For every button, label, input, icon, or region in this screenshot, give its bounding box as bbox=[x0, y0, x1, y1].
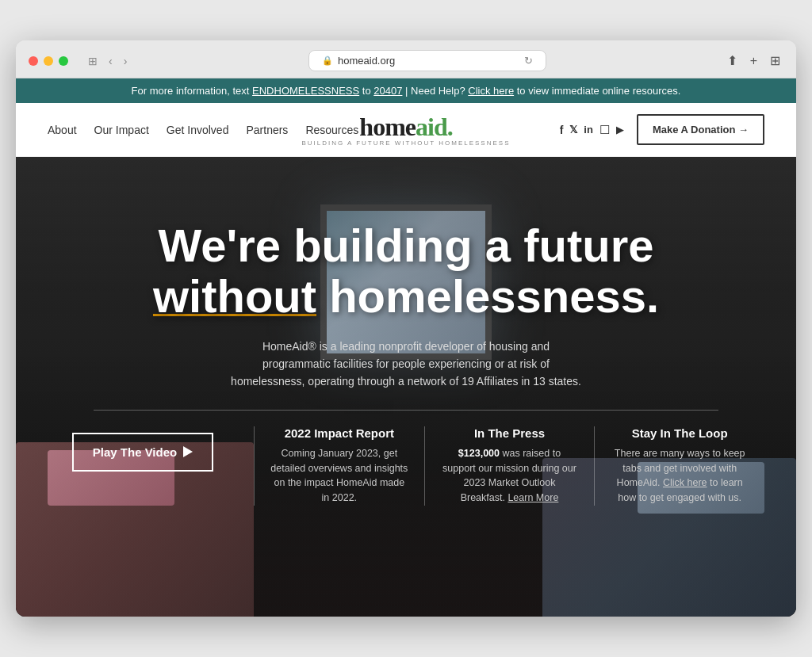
press-col: In The Press $123,000 was raised to supp… bbox=[424, 426, 595, 506]
stay-loop-text: There are many ways to keep tabs and get… bbox=[611, 446, 749, 506]
logo-dot: . bbox=[447, 113, 453, 141]
hero-title-rest: homelessness. bbox=[316, 270, 659, 322]
address-bar-container: 🔒 homeaid.org ↻ bbox=[140, 50, 714, 71]
tabs-button[interactable]: ⊞ bbox=[767, 52, 783, 70]
logo-aid: aid bbox=[416, 113, 447, 141]
impact-report-text: Coming January 2023, get detailed overvi… bbox=[270, 446, 408, 506]
site-logo[interactable]: homeaid. BUILDING A FUTURE WITHOUT HOMEL… bbox=[302, 113, 511, 147]
forward-button[interactable]: › bbox=[120, 53, 132, 69]
play-button-label: Play The Video bbox=[93, 445, 177, 459]
url-text: homeaid.org bbox=[338, 55, 395, 67]
browser-window: ⊞ ‹ › 🔒 homeaid.org ↻ ⬆ + ⊞ For more inf… bbox=[16, 40, 796, 617]
banner-click-here-link[interactable]: Click here bbox=[468, 85, 514, 97]
banner-keyword-link[interactable]: ENDHOMELESSNESS bbox=[252, 85, 359, 97]
info-strip: Play The Video 2022 Impact Report Coming… bbox=[16, 411, 796, 529]
browser-nav: ⊞ ‹ › bbox=[84, 53, 131, 69]
back-button[interactable]: ‹ bbox=[105, 53, 117, 69]
header-right: f 𝕏 in ☐ ▶ Make A Donation → bbox=[560, 114, 764, 145]
press-text: $123,000 was raised to support our missi… bbox=[441, 446, 579, 506]
hero-section: We're building a future without homeless… bbox=[16, 157, 796, 617]
linkedin-icon[interactable]: in bbox=[584, 124, 593, 136]
press-title: In The Press bbox=[441, 426, 579, 440]
twitter-icon[interactable]: 𝕏 bbox=[569, 124, 577, 136]
sidebar-toggle-button[interactable]: ⊞ bbox=[84, 53, 102, 69]
instagram-icon[interactable]: ☐ bbox=[599, 123, 610, 137]
share-button[interactable]: ⬆ bbox=[724, 52, 741, 70]
banner-number-link[interactable]: 20407 bbox=[373, 85, 402, 97]
browser-titlebar: ⊞ ‹ › 🔒 homeaid.org ↻ ⬆ + ⊞ bbox=[16, 40, 796, 78]
press-amount: $123,000 bbox=[458, 448, 500, 459]
press-learn-more-link[interactable]: Learn More bbox=[508, 492, 558, 503]
website-content: For more information, text ENDHOMELESSNE… bbox=[16, 78, 796, 617]
banner-need-help: Need Help? bbox=[411, 85, 465, 97]
top-banner: For more information, text ENDHOMELESSNE… bbox=[16, 78, 796, 103]
play-video-button[interactable]: Play The Video bbox=[72, 433, 213, 472]
window-controls bbox=[29, 56, 68, 66]
browser-action-buttons: ⬆ + ⊞ bbox=[724, 52, 783, 70]
banner-text-mid: to bbox=[362, 85, 373, 97]
reload-icon[interactable]: ↻ bbox=[524, 55, 533, 67]
social-icons: f 𝕏 in ☐ ▶ bbox=[560, 123, 624, 137]
stay-loop-title: Stay In The Loop bbox=[611, 426, 749, 440]
minimize-dot[interactable] bbox=[44, 56, 53, 66]
hero-subtitle: HomeAid® is a leading nonprofit develope… bbox=[228, 338, 584, 391]
facebook-icon[interactable]: f bbox=[560, 124, 564, 136]
nav-our-impact[interactable]: Our Impact bbox=[94, 124, 149, 136]
banner-separator: | bbox=[405, 85, 411, 97]
site-header: About Our Impact Get Involved Partners R… bbox=[16, 103, 796, 157]
hero-content: We're building a future without homeless… bbox=[16, 157, 796, 529]
youtube-icon[interactable]: ▶ bbox=[616, 124, 624, 136]
banner-text-before: For more information, text bbox=[132, 85, 252, 97]
address-bar[interactable]: 🔒 homeaid.org ↻ bbox=[308, 50, 546, 71]
play-triangle-icon bbox=[183, 446, 193, 457]
donate-button[interactable]: Make A Donation → bbox=[637, 114, 764, 145]
hero-title-underline: without bbox=[153, 270, 316, 322]
nav-partners[interactable]: Partners bbox=[246, 124, 288, 136]
logo-text: homeaid. bbox=[359, 113, 452, 142]
hero-title-line1: We're building a future bbox=[159, 220, 654, 271]
close-dot[interactable] bbox=[29, 56, 38, 66]
nav-get-involved[interactable]: Get Involved bbox=[167, 124, 229, 136]
hero-title: We're building a future without homeless… bbox=[153, 220, 659, 322]
new-tab-button[interactable]: + bbox=[747, 52, 760, 70]
play-button-col: Play The Video bbox=[48, 426, 254, 472]
maximize-dot[interactable] bbox=[59, 56, 68, 66]
stay-loop-col: Stay In The Loop There are many ways to … bbox=[594, 426, 764, 506]
banner-text-after: to view immediate online resources. bbox=[517, 85, 681, 97]
stay-loop-click-here-link[interactable]: Click here bbox=[663, 477, 707, 488]
impact-report-col: 2022 Impact Report Coming January 2023, … bbox=[254, 426, 424, 506]
lock-icon: 🔒 bbox=[322, 55, 333, 66]
impact-report-title: 2022 Impact Report bbox=[270, 426, 408, 440]
logo-home: home bbox=[359, 113, 416, 141]
nav-about[interactable]: About bbox=[48, 124, 77, 136]
logo-tagline: BUILDING A FUTURE WITHOUT HOMELESSNESS bbox=[302, 139, 511, 147]
